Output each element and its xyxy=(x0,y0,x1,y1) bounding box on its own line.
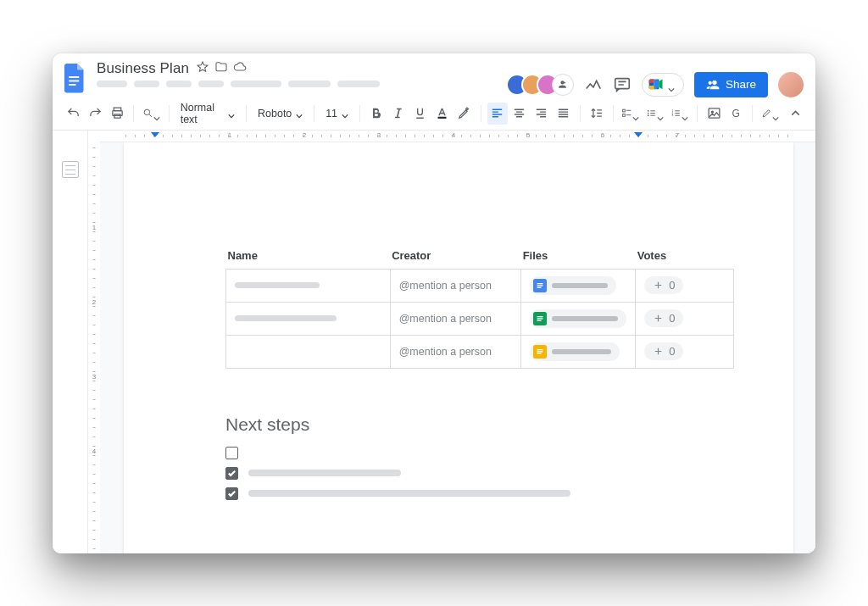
align-justify-button[interactable] xyxy=(554,103,574,125)
checklist-item[interactable] xyxy=(225,447,734,459)
svg-rect-25 xyxy=(537,349,543,350)
paragraph-style-select[interactable]: Normal text xyxy=(175,103,241,125)
text-color-button[interactable] xyxy=(432,103,453,125)
cloud-status-icon[interactable] xyxy=(233,60,247,77)
font-size-select[interactable]: 11 xyxy=(320,103,353,125)
section-heading[interactable]: Next steps xyxy=(225,414,734,435)
vote-chip[interactable]: 0 xyxy=(644,309,683,327)
menu-item[interactable] xyxy=(134,81,159,87)
svg-rect-8 xyxy=(438,117,447,119)
checklist[interactable] xyxy=(225,447,734,500)
svg-point-13 xyxy=(648,114,649,116)
move-folder-icon[interactable] xyxy=(214,60,228,77)
svg-rect-3 xyxy=(615,78,630,88)
outline-icon[interactable] xyxy=(62,161,79,178)
svg-rect-10 xyxy=(623,114,626,117)
table-row[interactable]: @mention a person0 xyxy=(226,269,734,302)
document-title[interactable]: Business Plan xyxy=(97,60,189,77)
checklist-item[interactable] xyxy=(225,467,734,480)
undo-button[interactable] xyxy=(63,103,83,125)
bulleted-list-button[interactable] xyxy=(643,103,666,125)
vote-chip[interactable]: 0 xyxy=(644,342,683,360)
collaborator-avatars[interactable] xyxy=(506,74,574,96)
svg-point-18 xyxy=(711,111,713,113)
version-history-icon[interactable] xyxy=(584,75,603,94)
collaborator-avatar[interactable] xyxy=(552,74,574,96)
highlight-button[interactable] xyxy=(454,103,475,125)
title-area: Business Plan xyxy=(97,60,380,87)
people-icon xyxy=(706,78,720,92)
table-header: Creator xyxy=(390,244,521,270)
workspace: 1234 1234567 Name Creator Files Votes xyxy=(53,131,815,553)
svg-rect-22 xyxy=(537,316,543,317)
vote-chip[interactable]: 0 xyxy=(644,276,683,294)
svg-rect-2 xyxy=(69,84,75,86)
line-spacing-button[interactable] xyxy=(587,103,607,125)
checklist-item[interactable] xyxy=(225,487,734,500)
menu-item[interactable] xyxy=(231,81,281,87)
numbered-list-button[interactable]: 123 xyxy=(668,103,691,125)
menu-item[interactable] xyxy=(198,81,224,87)
vertical-ruler[interactable]: 1234 xyxy=(88,131,100,553)
menu-bar[interactable] xyxy=(97,81,380,87)
caret-down-icon xyxy=(668,81,675,88)
insert-image-button[interactable] xyxy=(704,103,724,125)
table-row[interactable]: @mention a person0 xyxy=(226,302,734,335)
mention-placeholder[interactable]: @mention a person xyxy=(399,346,492,358)
checkbox[interactable] xyxy=(225,467,238,480)
table-row[interactable]: @mention a person0 xyxy=(226,335,734,368)
checkbox[interactable] xyxy=(225,487,238,500)
collapse-toolbar-button[interactable] xyxy=(785,103,805,125)
svg-rect-23 xyxy=(537,318,543,319)
editing-mode-button[interactable] xyxy=(759,103,782,125)
checkbox[interactable] xyxy=(225,447,238,459)
svg-rect-20 xyxy=(537,285,543,286)
zoom-button[interactable] xyxy=(140,103,163,125)
file-chip[interactable] xyxy=(530,342,620,361)
svg-rect-0 xyxy=(69,76,79,78)
menu-item[interactable] xyxy=(166,81,192,87)
svg-point-11 xyxy=(648,110,649,112)
header-actions: Share xyxy=(506,72,804,97)
insert-link-button[interactable]: G xyxy=(726,103,746,125)
share-label: Share xyxy=(726,78,756,91)
star-icon[interactable] xyxy=(196,60,209,77)
svg-rect-19 xyxy=(537,283,543,284)
table-header: Files xyxy=(521,244,636,270)
font-select[interactable]: Roboto xyxy=(253,103,308,125)
mention-placeholder[interactable]: @mention a person xyxy=(399,280,492,292)
content-placeholder xyxy=(248,470,401,476)
print-button[interactable] xyxy=(107,103,127,125)
meet-button[interactable] xyxy=(642,73,684,97)
mention-placeholder[interactable]: @mention a person xyxy=(399,313,492,325)
file-chip[interactable] xyxy=(530,276,616,295)
page-scroll-area[interactable]: Name Creator Files Votes @mention a pers… xyxy=(100,142,815,553)
underline-button[interactable] xyxy=(410,103,431,125)
comments-icon[interactable] xyxy=(613,75,632,94)
content-table[interactable]: Name Creator Files Votes @mention a pers… xyxy=(225,244,734,369)
docs-logo-icon[interactable] xyxy=(61,62,88,96)
app-window: Business Plan Share xyxy=(53,53,815,553)
menu-item[interactable] xyxy=(288,81,331,87)
italic-button[interactable] xyxy=(388,103,409,125)
toolbar: Normal text Roboto 11 123 G xyxy=(53,97,815,131)
menu-item[interactable] xyxy=(337,81,380,87)
menu-item[interactable] xyxy=(97,81,127,87)
redo-button[interactable] xyxy=(85,103,105,125)
account-avatar[interactable] xyxy=(778,72,804,97)
share-button[interactable]: Share xyxy=(694,72,768,97)
svg-rect-21 xyxy=(537,286,542,287)
document-page[interactable]: Name Creator Files Votes @mention a pers… xyxy=(124,142,793,553)
content-placeholder xyxy=(248,490,570,497)
align-right-button[interactable] xyxy=(531,103,552,125)
table-header: Name xyxy=(226,244,391,270)
checklist-button[interactable] xyxy=(619,103,642,125)
table-header: Votes xyxy=(636,244,734,270)
horizontal-ruler[interactable]: 1234567 xyxy=(100,131,815,142)
file-chip[interactable] xyxy=(530,309,626,328)
align-left-button[interactable] xyxy=(487,103,508,125)
file-type-icon xyxy=(533,279,547,292)
bold-button[interactable] xyxy=(366,103,387,125)
svg-rect-9 xyxy=(623,109,626,112)
align-center-button[interactable] xyxy=(509,103,530,125)
